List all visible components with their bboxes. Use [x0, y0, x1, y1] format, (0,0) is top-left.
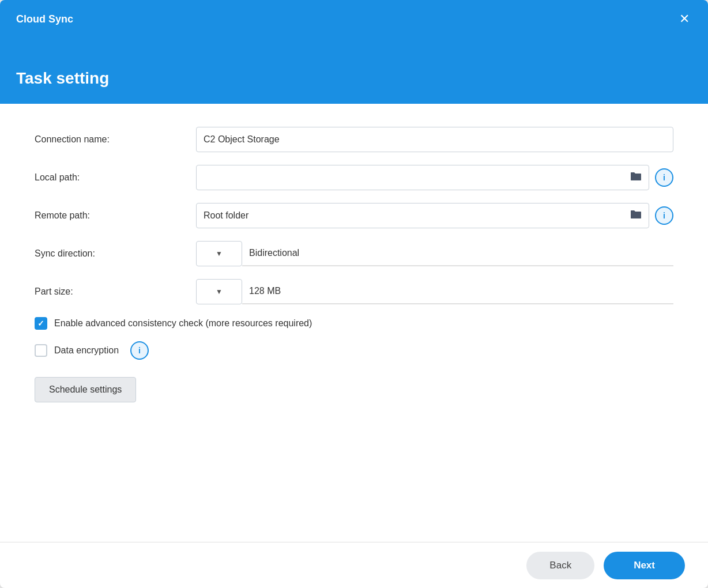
- remote-path-control: Root folder i: [196, 203, 673, 228]
- part-size-row: Part size: ▼ 128 MB: [35, 279, 673, 304]
- remote-path-value: Root folder: [204, 210, 626, 221]
- connection-name-input[interactable]: [196, 127, 673, 152]
- sync-direction-row: Sync direction: ▼ Bidirectional: [35, 241, 673, 266]
- remote-path-label: Remote path:: [35, 210, 196, 221]
- dialog: Cloud Sync ✕ Task setting Connection nam…: [0, 0, 708, 588]
- part-size-control: ▼ 128 MB: [196, 279, 673, 304]
- data-encryption-label: Data encryption: [54, 345, 119, 356]
- content-area: Connection name: Local path: i: [0, 104, 708, 542]
- sync-direction-value: Bidirectional: [242, 241, 673, 266]
- consistency-checkmark: ✓: [37, 319, 44, 328]
- consistency-check-checkbox[interactable]: ✓: [35, 317, 47, 330]
- sync-direction-control: ▼ Bidirectional: [196, 241, 673, 266]
- data-encryption-info-button[interactable]: i: [130, 341, 149, 360]
- local-path-row: Local path: i: [35, 165, 673, 190]
- local-path-input-wrapper: [196, 165, 649, 190]
- local-path-info-button[interactable]: i: [655, 168, 673, 187]
- sync-direction-label: Sync direction:: [35, 248, 196, 259]
- connection-name-row: Connection name:: [35, 127, 673, 152]
- connection-name-control: [196, 127, 673, 152]
- data-encryption-row: Data encryption i: [35, 341, 673, 360]
- remote-path-row: Remote path: Root folder i: [35, 203, 673, 228]
- part-size-label: Part size:: [35, 287, 196, 297]
- close-button[interactable]: ✕: [677, 10, 692, 28]
- consistency-check-label: Enable advanced consistency check (more …: [54, 318, 312, 329]
- header-top: Cloud Sync ✕: [16, 0, 692, 28]
- part-size-value: 128 MB: [242, 279, 673, 304]
- remote-path-folder-icon[interactable]: [630, 209, 642, 223]
- data-encryption-checkbox[interactable]: [35, 344, 47, 357]
- remote-path-info-button[interactable]: i: [655, 206, 673, 225]
- next-button[interactable]: Next: [604, 552, 685, 579]
- back-button[interactable]: Back: [526, 552, 594, 579]
- local-path-control: i: [196, 165, 673, 190]
- app-title: Cloud Sync: [16, 13, 73, 25]
- local-path-input[interactable]: [204, 172, 626, 183]
- consistency-check-row: ✓ Enable advanced consistency check (mor…: [35, 317, 673, 330]
- remote-path-input-wrapper: Root folder: [196, 203, 649, 228]
- part-size-dropdown-arrow: ▼: [216, 288, 223, 296]
- page-title: Task setting: [16, 69, 692, 104]
- footer: Back Next: [0, 542, 708, 588]
- sync-dropdown-arrow: ▼: [216, 250, 223, 258]
- local-path-folder-icon[interactable]: [630, 171, 642, 185]
- schedule-settings-button[interactable]: Schedule settings: [35, 377, 136, 402]
- sync-direction-dropdown[interactable]: ▼: [196, 241, 242, 266]
- part-size-dropdown[interactable]: ▼: [196, 279, 242, 304]
- header: Cloud Sync ✕ Task setting: [0, 0, 708, 104]
- connection-name-label: Connection name:: [35, 134, 196, 145]
- local-path-label: Local path:: [35, 172, 196, 183]
